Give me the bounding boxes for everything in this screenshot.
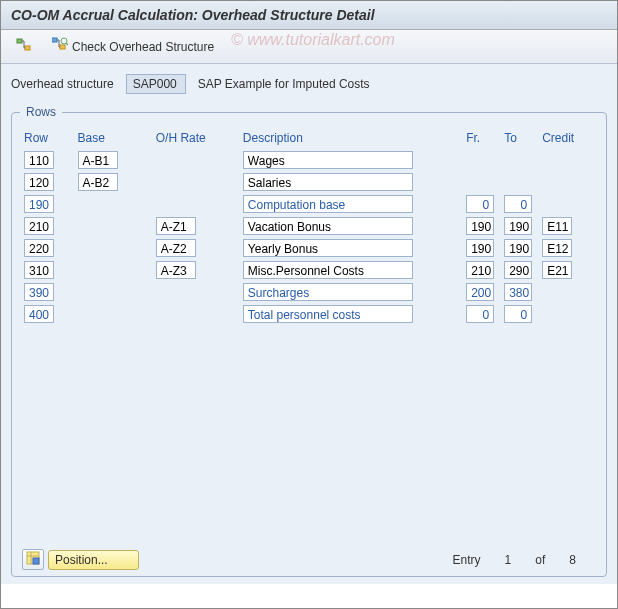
cell-to[interactable]: 380 bbox=[504, 283, 532, 301]
cell-description[interactable]: Computation base bbox=[243, 195, 413, 213]
cell-rate[interactable]: A-Z3 bbox=[156, 261, 196, 279]
cell-base[interactable]: A-B2 bbox=[78, 173, 118, 191]
cell-from[interactable]: 190 bbox=[466, 239, 494, 257]
position-button[interactable]: Position... bbox=[48, 550, 139, 570]
cell-row[interactable]: 110 bbox=[24, 151, 54, 169]
overhead-structure-desc: SAP Example for Imputed Costs bbox=[198, 77, 370, 91]
table-settings-button[interactable] bbox=[22, 549, 44, 570]
cell-to[interactable]: 0 bbox=[504, 195, 532, 213]
main-area: Rows Row Base O/H Rate Description Fr. T… bbox=[1, 104, 617, 584]
cell-row[interactable]: 400 bbox=[24, 305, 54, 323]
col-credit[interactable]: Credit bbox=[540, 127, 596, 149]
cell-credit[interactable]: E12 bbox=[542, 239, 572, 257]
check-structure-button[interactable]: Check Overhead Structure bbox=[45, 34, 221, 59]
cell-description[interactable]: Wages bbox=[243, 151, 413, 169]
svg-rect-2 bbox=[52, 38, 57, 42]
cell-rate[interactable]: A-Z2 bbox=[156, 239, 196, 257]
check-structure-label: Check Overhead Structure bbox=[72, 40, 214, 54]
cell-from[interactable]: 0 bbox=[466, 195, 494, 213]
overhead-structure-label: Overhead structure bbox=[11, 77, 114, 91]
overhead-rows-table: Row Base O/H Rate Description Fr. To Cre… bbox=[22, 127, 596, 325]
table-footer: Position... Entry 1 of 8 bbox=[22, 549, 596, 570]
cell-row[interactable]: 310 bbox=[24, 261, 54, 279]
svg-rect-8 bbox=[33, 558, 39, 564]
col-fr[interactable]: Fr. bbox=[464, 127, 502, 149]
table-row: 110A-B1Wages bbox=[22, 149, 596, 171]
col-row[interactable]: Row bbox=[22, 127, 76, 149]
svg-rect-0 bbox=[17, 39, 22, 43]
cell-row[interactable]: 210 bbox=[24, 217, 54, 235]
cell-from[interactable]: 200 bbox=[466, 283, 494, 301]
cell-description[interactable]: Total personnel costs bbox=[243, 305, 413, 323]
cell-from[interactable]: 0 bbox=[466, 305, 494, 323]
cell-from[interactable]: 190 bbox=[466, 217, 494, 235]
table-row: 310A-Z3Misc.Personnel Costs210290E21 bbox=[22, 259, 596, 281]
cell-to[interactable]: 190 bbox=[504, 239, 532, 257]
rows-group: Rows Row Base O/H Rate Description Fr. T… bbox=[11, 112, 607, 577]
cell-to[interactable]: 290 bbox=[504, 261, 532, 279]
toolbar: Check Overhead Structure bbox=[1, 30, 617, 64]
cell-to[interactable]: 0 bbox=[504, 305, 532, 323]
rows-group-title: Rows bbox=[20, 105, 62, 119]
cell-from[interactable]: 210 bbox=[466, 261, 494, 279]
check-hierarchy-icon bbox=[52, 37, 68, 56]
header-info: Overhead structure SAP000 SAP Example fo… bbox=[1, 64, 617, 104]
svg-rect-1 bbox=[25, 46, 30, 50]
table-settings-icon bbox=[26, 551, 40, 568]
cell-description[interactable]: Surcharges bbox=[243, 283, 413, 301]
table-row: 400Total personnel costs00 bbox=[22, 303, 596, 325]
cell-rate[interactable]: A-Z1 bbox=[156, 217, 196, 235]
cell-credit[interactable]: E11 bbox=[542, 217, 572, 235]
cell-to[interactable]: 190 bbox=[504, 217, 532, 235]
cell-description[interactable]: Salaries bbox=[243, 173, 413, 191]
table-row: 210A-Z1Vacation Bonus190190E11 bbox=[22, 215, 596, 237]
table-row: 190Computation base00 bbox=[22, 193, 596, 215]
cell-row[interactable]: 190 bbox=[24, 195, 54, 213]
table-row: 390Surcharges200380 bbox=[22, 281, 596, 303]
cell-base[interactable]: A-B1 bbox=[78, 151, 118, 169]
cell-row[interactable]: 390 bbox=[24, 283, 54, 301]
cell-row[interactable]: 120 bbox=[24, 173, 54, 191]
table-row: 220A-Z2Yearly Bonus190190E12 bbox=[22, 237, 596, 259]
toggle-structure-button[interactable] bbox=[9, 34, 39, 59]
col-rate[interactable]: O/H Rate bbox=[154, 127, 241, 149]
cell-description[interactable]: Vacation Bonus bbox=[243, 217, 413, 235]
window-title: CO-OM Accrual Calculation: Overhead Stru… bbox=[1, 1, 617, 30]
overhead-structure-value: SAP000 bbox=[126, 74, 186, 94]
col-to[interactable]: To bbox=[502, 127, 540, 149]
cell-description[interactable]: Yearly Bonus bbox=[243, 239, 413, 257]
col-base[interactable]: Base bbox=[76, 127, 154, 149]
cell-credit[interactable]: E21 bbox=[542, 261, 572, 279]
entry-counter: Entry 1 of 8 bbox=[453, 553, 596, 567]
cell-row[interactable]: 220 bbox=[24, 239, 54, 257]
svg-rect-3 bbox=[60, 45, 65, 49]
table-row: 120A-B2Salaries bbox=[22, 171, 596, 193]
position-label: Position... bbox=[55, 553, 108, 567]
col-desc[interactable]: Description bbox=[241, 127, 464, 149]
cell-description[interactable]: Misc.Personnel Costs bbox=[243, 261, 413, 279]
hierarchy-icon bbox=[16, 37, 32, 56]
